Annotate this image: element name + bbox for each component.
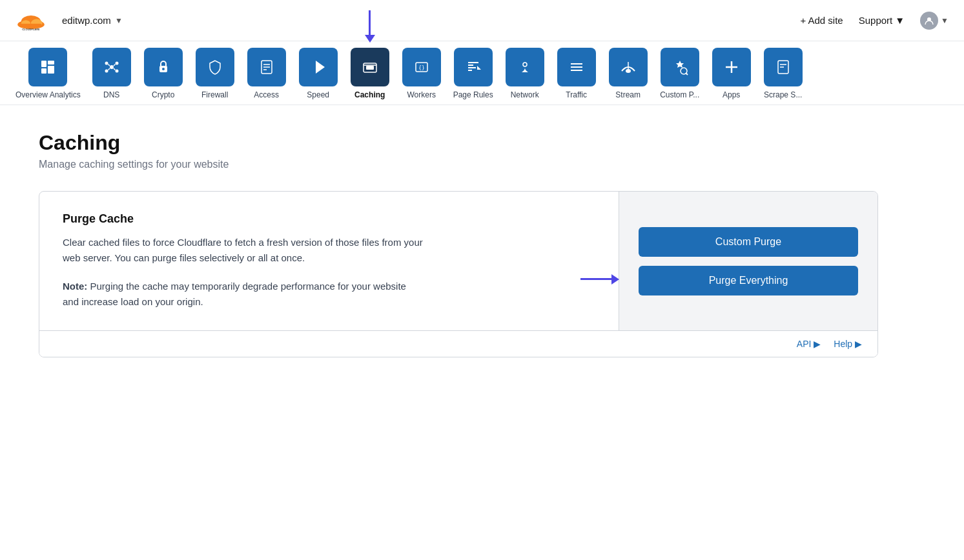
nav-item-overview[interactable]: Overview Analytics [10, 41, 86, 105]
logo-area: CLOUDFLARE [15, 10, 46, 31]
card-body: Purge Cache Clear cached files to force … [39, 192, 877, 330]
nav-item-traffic[interactable]: Traffic [551, 41, 602, 105]
nav-item-crypto[interactable]: Crypto [138, 41, 189, 105]
add-site-button[interactable]: + Add site [800, 15, 843, 26]
svg-line-18 [108, 68, 110, 70]
purge-cache-card: Purge Cache Clear cached files to force … [39, 191, 878, 357]
network-icon [506, 48, 544, 86]
svg-marker-26 [316, 61, 325, 74]
cloudflare-logo: CLOUDFLARE [15, 10, 46, 31]
purge-cache-description: Clear cached files to force Cloudflare t… [63, 235, 424, 266]
nav-item-dns[interactable]: DNS [86, 41, 138, 105]
svg-rect-8 [48, 61, 54, 65]
workers-icon: {} [402, 48, 441, 86]
help-link[interactable]: Help ▶ [834, 339, 862, 349]
purge-cache-title: Purge Cache [63, 212, 595, 226]
nav-item-network[interactable]: Network [499, 41, 551, 105]
svg-point-15 [115, 70, 118, 73]
network-label: Network [511, 90, 539, 99]
svg-point-33 [523, 63, 527, 66]
chevron-down-icon: ▼ [895, 15, 905, 26]
card-footer: API ▶ Help ▶ [39, 330, 877, 357]
svg-rect-7 [41, 61, 46, 67]
access-icon [247, 48, 286, 86]
speed-icon [299, 48, 338, 86]
scrape-label: Scrape S... [764, 90, 802, 99]
page-title: Caching [39, 131, 878, 155]
svg-rect-28 [366, 66, 374, 70]
dns-icon [92, 48, 131, 86]
svg-point-14 [105, 70, 108, 73]
support-button[interactable]: Support ▼ [859, 15, 905, 26]
page-rules-label: Page Rules [453, 90, 493, 99]
svg-point-11 [110, 65, 114, 69]
nav-item-access[interactable]: Access [241, 41, 292, 105]
stream-icon [609, 48, 648, 86]
apps-icon [712, 48, 751, 86]
nav-item-firewall[interactable]: Firewall [189, 41, 241, 105]
caching-label: Caching [354, 90, 385, 99]
svg-point-37 [626, 69, 631, 73]
svg-point-13 [115, 62, 118, 65]
site-name: editwp.com [62, 15, 111, 26]
svg-rect-10 [48, 66, 54, 74]
speed-label: Speed [307, 90, 329, 99]
firewall-icon [196, 48, 234, 86]
nav-bar: Overview Analytics DNS Crypto Firewall [0, 41, 964, 105]
header: CLOUDFLARE editwp.com ▼ + Add site Suppo… [0, 0, 964, 41]
svg-line-17 [114, 65, 116, 66]
page-rules-icon [454, 48, 493, 86]
header-right: + Add site Support ▼ ▼ [800, 12, 949, 30]
apps-label: Apps [723, 90, 740, 99]
overview-label: Overview Analytics [15, 90, 81, 99]
overview-icon [28, 48, 67, 86]
nav-item-caching[interactable]: Caching [344, 41, 396, 105]
custom-label: Custom P... [660, 90, 699, 99]
card-left: Purge Cache Clear cached files to force … [39, 192, 619, 330]
page-subtitle: Manage caching settings for your website [39, 159, 878, 170]
card-right: Custom Purge Purge Everything [619, 192, 877, 330]
nav-icons-list: Overview Analytics DNS Crypto Firewall [10, 41, 954, 105]
traffic-label: Traffic [566, 90, 587, 99]
custom-icon [661, 48, 699, 86]
stream-label: Stream [615, 90, 641, 99]
svg-rect-4 [20, 23, 42, 27]
note-label: Note: [63, 281, 87, 292]
nav-item-scrape[interactable]: Scrape S... [757, 41, 809, 105]
nav-item-stream[interactable]: Stream [602, 41, 654, 105]
account-button[interactable]: ▼ [920, 12, 949, 30]
nav-item-speed[interactable]: Speed [292, 41, 344, 105]
avatar [920, 12, 938, 30]
svg-rect-9 [41, 68, 46, 74]
svg-point-21 [162, 68, 165, 70]
nav-item-custom[interactable]: Custom P... [654, 41, 706, 105]
site-selector[interactable]: editwp.com ▼ [62, 15, 123, 26]
scrape-icon [764, 48, 803, 86]
firewall-label: Firewall [201, 90, 228, 99]
svg-text:{}: {} [418, 65, 425, 71]
crypto-icon [144, 48, 183, 86]
svg-line-19 [114, 68, 116, 70]
purge-cache-note: Note: Purging the cache may temporarily … [63, 279, 424, 310]
svg-line-16 [108, 65, 110, 66]
purge-everything-button[interactable]: Purge Everything [639, 266, 858, 295]
custom-purge-button[interactable]: Custom Purge [639, 227, 858, 257]
chevron-down-icon: ▼ [115, 16, 123, 25]
svg-line-39 [686, 73, 688, 75]
crypto-label: Crypto [152, 90, 174, 99]
caching-icon [351, 48, 389, 86]
workers-label: Workers [407, 90, 435, 99]
api-link[interactable]: API ▶ [797, 339, 821, 349]
svg-point-12 [105, 62, 108, 65]
main-content: Caching Manage caching settings for your… [0, 105, 904, 383]
nav-item-page-rules[interactable]: Page Rules [447, 41, 499, 105]
svg-text:CLOUDFLARE: CLOUDFLARE [22, 28, 40, 31]
dns-label: DNS [103, 90, 119, 99]
chevron-down-icon: ▼ [941, 16, 949, 25]
note-text: Purging the cache may temporarily degrad… [63, 281, 406, 307]
nav-item-apps[interactable]: Apps [706, 41, 757, 105]
access-label: Access [254, 90, 279, 99]
traffic-icon [557, 48, 596, 86]
svg-marker-32 [477, 66, 481, 70]
nav-item-workers[interactable]: {} Workers [396, 41, 447, 105]
